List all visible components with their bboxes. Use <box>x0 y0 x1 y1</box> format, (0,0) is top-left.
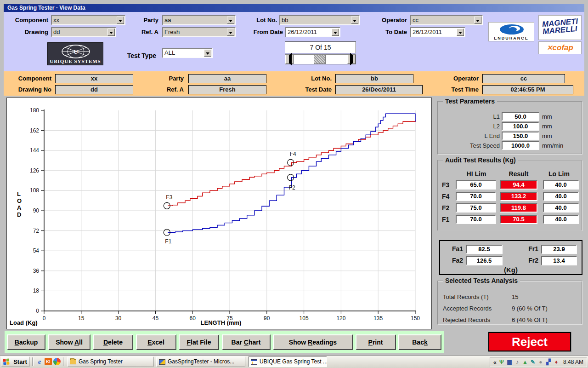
show-readings-button[interactable]: Show Readings <box>273 334 353 350</box>
filter-form: Component xx Party aa Lot No. bb Operato… <box>4 12 584 71</box>
band-component-label: Component <box>4 74 51 83</box>
operator-label: Operator <box>357 15 407 25</box>
component-value: xx <box>53 17 115 24</box>
audit-row-name: F4 <box>442 193 454 200</box>
load-length-chart: 0183654729010812614416218001530456075901… <box>7 98 431 329</box>
svg-text:Load (Kg): Load (Kg) <box>10 319 38 326</box>
svg-text:30: 30 <box>115 315 122 322</box>
delete-button[interactable]: Delete <box>93 334 133 350</box>
svg-text:36: 36 <box>33 268 40 274</box>
alert-icon[interactable]: ♦ <box>553 359 560 365</box>
arrow-right-icon <box>350 53 355 65</box>
ref-a-combobox[interactable]: Fresh <box>162 27 236 37</box>
back-button[interactable]: Back <box>398 334 441 350</box>
test-type-dropdown-button[interactable] <box>204 49 211 57</box>
operator-dropdown-button[interactable] <box>474 17 481 24</box>
start-button[interactable]: Start <box>1 356 29 367</box>
cofap-logo: ✕cofap <box>538 41 582 54</box>
flat-file-button[interactable]: Flat File <box>179 334 219 350</box>
lo-lim-header: Lo Lim <box>538 170 580 178</box>
band-test-time-field: 02:46:55 PM <box>482 85 573 94</box>
svg-text:162: 162 <box>30 127 39 134</box>
taskbar: Start e K! Gas Spring Tester GasSpringTe… <box>0 355 588 368</box>
operator-value: cc <box>413 17 473 24</box>
reject-status-button[interactable]: Reject <box>488 332 571 351</box>
scrollbar-thumb[interactable] <box>314 55 326 64</box>
l2-label: L2 <box>442 122 500 131</box>
scroll-left-button[interactable] <box>285 55 294 64</box>
browser-icon[interactable] <box>53 358 61 365</box>
chevron-down-icon <box>476 20 480 24</box>
scroll-right-button[interactable] <box>347 55 356 64</box>
test-type-combobox[interactable]: ALL <box>162 48 213 58</box>
lot-combobox[interactable]: bb <box>279 15 360 25</box>
audit-row-name: F3 <box>442 181 454 189</box>
party-label: Party <box>114 15 158 25</box>
print-button[interactable]: Print <box>356 334 396 350</box>
to-date-dropdown-button[interactable] <box>457 29 464 36</box>
show-all-button[interactable]: Show All <box>48 334 90 350</box>
svg-text:72: 72 <box>33 228 40 234</box>
from-date-dropdown-button[interactable] <box>332 29 339 36</box>
svg-text:18: 18 <box>33 288 40 294</box>
endurance-logo-text: ENDURANCE <box>489 36 534 40</box>
analysis-title: Selected Tests Analysis <box>443 277 520 284</box>
test-speed-label: Test Speed <box>442 141 500 150</box>
chevron-down-icon <box>353 20 356 24</box>
task-gas-spring-app-window[interactable]: UBIQUE Gas Spring Test ... <box>248 356 327 367</box>
f4-result: 133.2 <box>500 192 537 201</box>
f1-lo-lim: 40.0 <box>543 215 579 224</box>
network-error-icon[interactable]: ▦ <box>506 359 513 365</box>
taskbar-clock: 8:48 AM <box>563 359 583 365</box>
l1-value: 50.0 <box>502 112 539 121</box>
magneti-marelli-logo: MAGNETI MARELLI <box>538 15 582 40</box>
f3-result: 94.4 <box>500 180 537 190</box>
fa1-label: Fa1 <box>447 245 463 253</box>
media-player-icon[interactable]: K! <box>45 358 52 365</box>
task-vb-ide-window[interactable]: GasSpringTester - Micros... <box>156 356 245 367</box>
record-scrollbar[interactable] <box>285 54 356 64</box>
band-party-field: aa <box>188 74 266 83</box>
fa2-value: 126.5 <box>466 256 503 265</box>
force-unit-label: (Kg) <box>440 266 582 274</box>
antivirus-icon[interactable]: ✎ <box>530 359 536 365</box>
operator-combobox[interactable]: cc <box>410 15 483 25</box>
wireless-signal-icon[interactable]: Ψ <box>498 359 505 365</box>
to-date-picker[interactable]: 26/12/2011 <box>410 27 465 37</box>
removable-device-icon[interactable]: ▲ <box>522 359 528 365</box>
band-test-date-field: 26/Dec/2011 <box>335 85 423 94</box>
task-folder-window[interactable]: Gas Spring Tester <box>67 356 153 367</box>
svg-text:90: 90 <box>264 315 270 322</box>
drawing-label: Drawing <box>4 27 48 37</box>
band-lot-field: bb <box>335 74 413 83</box>
volume-icon[interactable]: ♪ <box>514 359 520 365</box>
band-operator-field: cc <box>482 74 565 83</box>
messenger-icon[interactable]: ● <box>537 359 544 365</box>
svg-text:105: 105 <box>300 315 309 322</box>
from-date-value: 26/12/2011 <box>288 29 330 36</box>
chevron-down-icon <box>109 32 113 36</box>
task-label: UBIQUE Gas Spring Test ... <box>260 358 327 365</box>
f3-hi-lim: 65.0 <box>456 180 496 190</box>
backup-button[interactable]: Backup <box>7 334 45 350</box>
svg-text:LENGTH (mm): LENGTH (mm) <box>201 319 242 326</box>
total-records-label: Total Records (T) <box>443 293 512 301</box>
chevron-down-icon <box>206 52 209 57</box>
window-titlebar[interactable]: Gas Spring Tester - View Data <box>4 4 584 12</box>
party-combobox[interactable]: aa <box>162 15 236 25</box>
result-header: Result <box>498 170 539 178</box>
from-date-picker[interactable]: 26/12/2011 <box>285 27 340 37</box>
band-ref-a-label: Ref. A <box>141 85 184 94</box>
f2-lo-lim: 40.0 <box>543 203 579 213</box>
tray-chevron-button[interactable]: « <box>493 359 497 366</box>
pc-sync-icon[interactable]: ▞ <box>545 359 552 365</box>
l2-value: 100.0 <box>502 122 539 131</box>
cofap-text: cofap <box>553 43 573 52</box>
ref-a-label: Ref. A <box>114 27 158 37</box>
bar-chart-button[interactable]: Bar Chart <box>222 334 271 350</box>
drawing-combobox[interactable]: dd <box>51 27 116 37</box>
internet-explorer-icon[interactable]: e <box>36 358 43 365</box>
test-parameters-title: Test Parameters <box>443 98 497 105</box>
excel-button[interactable]: Excel <box>136 334 176 350</box>
start-label: Start <box>13 358 27 365</box>
